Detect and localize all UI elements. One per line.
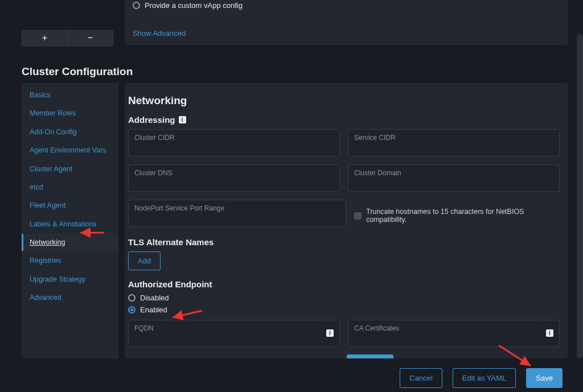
cluster-dns-label: Cluster DNS [134,169,334,177]
sidebar-item-fleet-agent[interactable]: Fleet Agent [22,197,118,214]
panel-title: Networking [128,94,560,107]
ca-certificates-field[interactable]: CA Certificates i [348,320,560,347]
radio-filled-icon [128,306,136,313]
custom-vapp-label: Provide a custom vApp config [145,1,243,10]
minus-icon: − [88,32,93,44]
decrement-button[interactable]: − [67,31,113,46]
sidebar-item-agent-env-vars[interactable]: Agent Environment Vars [22,142,118,159]
vapp-config-card: Provide a custom vApp config Show Advanc… [125,0,568,45]
info-icon[interactable]: i [326,329,334,337]
service-cidr-field[interactable]: Service CIDR [348,129,560,156]
addressing-title: Addressing i [128,115,560,125]
checkbox-icon [354,212,362,220]
addressing-text: Addressing [128,115,175,125]
plus-icon: + [42,32,48,44]
show-advanced-link[interactable]: Show Advanced [133,29,186,38]
nodeport-range-field[interactable]: NodePort Service Port Range [128,200,346,227]
partial-button-stub [347,354,393,358]
service-cidr-label: Service CIDR [354,134,553,142]
cluster-cidr-label: Cluster CIDR [134,134,334,142]
sidebar-item-advanced[interactable]: Advanced [22,289,118,306]
footer-actions: Cancel Edit as YAML Save [0,364,576,392]
sidebar-item-registries[interactable]: Registries [22,252,118,269]
sidebar-item-upgrade-strategy[interactable]: Upgrade Strategy [22,271,118,288]
auth-enabled-radio[interactable]: Enabled [128,306,560,314]
fqdn-label: FQDN [134,324,334,332]
sidebar-item-basics[interactable]: Basics [22,86,118,104]
authorized-endpoint-radios: Disabled Enabled [128,294,560,314]
auth-disabled-radio[interactable]: Disabled [128,294,560,302]
auth-enabled-label: Enabled [140,306,167,314]
fqdn-field[interactable]: FQDN i [128,320,340,347]
custom-vapp-radio-row[interactable]: Provide a custom vApp config [133,1,560,10]
add-tls-name-button[interactable]: Add [128,251,161,270]
cluster-domain-label: Cluster Domain [354,169,553,177]
cluster-domain-field[interactable]: Cluster Domain [348,164,560,192]
cluster-dns-field[interactable]: Cluster DNS [128,164,340,192]
sidebar-item-cluster-agent[interactable]: Cluster Agent [22,160,118,178]
cluster-cidr-field[interactable]: Cluster CIDR [128,129,340,156]
sidebar-item-member-roles[interactable]: Member Roles [22,105,118,122]
info-icon[interactable]: i [546,329,553,337]
radio-icon [128,294,136,302]
edit-as-yaml-button[interactable]: Edit as YAML [453,368,516,388]
increment-button[interactable]: + [22,31,67,46]
cancel-button[interactable]: Cancel [400,368,442,388]
auth-disabled-label: Disabled [140,294,169,302]
sidebar-item-networking[interactable]: Networking [22,234,118,251]
truncate-hostnames-checkbox[interactable]: Truncate hostnames to 15 characters for … [354,200,560,227]
config-sidebar: Basics Member Roles Add-On Config Agent … [22,83,118,358]
tls-alt-names-title: TLS Alternate Names [128,237,560,247]
ca-certificates-label: CA Certificates [354,324,553,332]
radio-icon [133,2,140,9]
sidebar-item-addon-config[interactable]: Add-On Config [22,123,118,141]
section-title: Cluster Configuration [22,65,133,78]
nodeport-range-label: NodePort Service Port Range [134,204,340,212]
save-button[interactable]: Save [526,368,563,388]
networking-panel: Networking Addressing i Cluster CIDR Ser… [125,83,568,358]
pool-count-stepper: + − [22,30,113,46]
sidebar-item-etcd[interactable]: etcd [22,179,118,196]
authorized-endpoint-title: Authorized Endpoint [128,279,560,289]
truncate-hostnames-label: Truncate hostnames to 15 characters for … [366,208,560,224]
scrollbar[interactable] [577,34,583,358]
info-icon[interactable]: i [179,116,186,123]
sidebar-item-labels-annotations[interactable]: Labels & Annotations [22,216,118,233]
